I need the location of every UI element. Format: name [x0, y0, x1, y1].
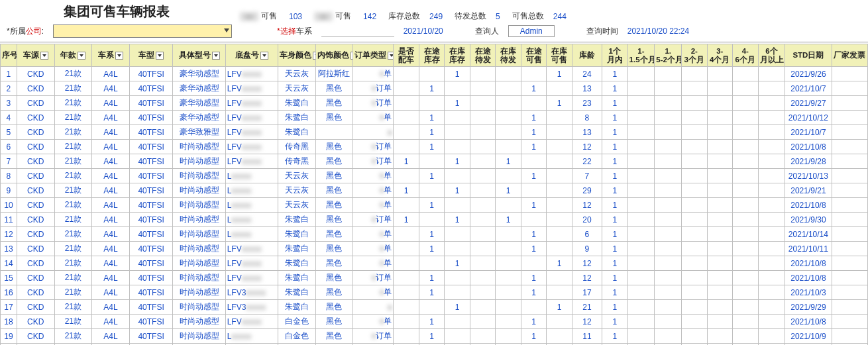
cell-zkd: [496, 169, 521, 183]
cell-body: 天云灰: [278, 67, 315, 81]
filter-dropdown-icon[interactable]: [351, 52, 353, 60]
cell-pc: [394, 140, 419, 154]
col-header: 是否配车: [394, 44, 419, 67]
col-header[interactable]: 车型: [129, 44, 173, 67]
table-row[interactable]: 7CKD21款A4L40TFSI时尚动感型LFVxxxxx传奇黑黑色x订单111…: [1, 154, 868, 169]
col-header[interactable]: 内饰颜色: [315, 44, 353, 67]
table-row[interactable]: 12CKD21款A4L40TFSI时尚动感型Lxxxxx朱鹭白黑色x单11612…: [1, 227, 868, 242]
cell-sr: A4L: [92, 154, 130, 169]
filter-dropdown-icon[interactable]: [156, 52, 164, 60]
table-row[interactable]: 16CKD21款A4L40TFSI时尚动感型LFV3xxxxx朱鹭白黑色x单11…: [1, 285, 868, 300]
filter-dropdown-icon[interactable]: [313, 52, 315, 60]
table-row[interactable]: 4CKD21款A4L40TFSI豪华动感型LFVxxxxx朱鹭白黑色x单1181…: [1, 111, 868, 125]
cell-m1: 1: [602, 256, 628, 271]
cell-vin: LFVxxxxx: [225, 271, 278, 285]
col-header[interactable]: 车系: [92, 44, 130, 67]
cell-src: CKD: [17, 213, 54, 227]
cell-int: 黑色: [315, 242, 353, 256]
cell-zt: 1: [419, 227, 445, 242]
table-row[interactable]: 14CKD21款A4L40TFSI时尚动感型LFVxxxxx朱鹭白黑色x单111…: [1, 256, 868, 271]
table-row[interactable]: 19CKD21款A4L40TFSI时尚动感型Lxxxxx白金色黑色x订单1111…: [1, 329, 868, 344]
table-row[interactable]: 3CKD21款A4L40TFSI豪华动感型LFVxxxxx朱鹭白黑色x订单112…: [1, 96, 868, 111]
cell-m6: [733, 169, 759, 183]
filter-dropdown-icon[interactable]: [40, 52, 48, 60]
cell-mdl: 40TFSI: [129, 227, 173, 242]
cell-ztk: 1: [521, 169, 547, 183]
table-row[interactable]: 11CKD21款A4L40TFSI时尚动感型Lxxxxx朱鹭白黑色x订单1112…: [1, 213, 868, 227]
cell-n: 3: [1, 96, 17, 111]
table-row[interactable]: 1CKD21款A4L40TFSI豪华动感型LFVxxxxx天云灰阿拉斯红x单11…: [1, 67, 868, 81]
col-header[interactable]: 底盘号: [225, 44, 278, 67]
cell-zkd: [496, 256, 521, 271]
cell-m15: [627, 154, 655, 169]
table-row[interactable]: 5CKD21款A4L40TFSI豪华致雅型LFVxxxxx朱鹭白x1113120…: [1, 125, 868, 140]
filter-dropdown-icon[interactable]: [115, 52, 123, 60]
table-row[interactable]: 8CKD21款A4L40TFSI时尚动感型Lxxxxx天云灰黑色x单117120…: [1, 169, 868, 183]
stat2-value: 142: [363, 12, 376, 21]
cell-trim: 时尚动感型: [173, 169, 225, 183]
table-row[interactable]: 10CKD21款A4L40TFSI时尚动感型Lxxxxx天云灰黑色x单11121…: [1, 198, 868, 213]
operator-input[interactable]: Admin: [508, 25, 555, 37]
cell-m6: [733, 213, 759, 227]
company-select[interactable]: [53, 25, 232, 38]
cell-m4: [707, 242, 733, 256]
table-row[interactable]: 17CKD21款A4L40TFSI时尚动感型LFV3xxxxx朱鹭白黑色x112…: [1, 300, 868, 315]
col-header[interactable]: 具体型号: [173, 44, 225, 67]
cell-ztk: [521, 154, 547, 169]
cell-m15: [627, 213, 655, 227]
table-row[interactable]: 9CKD21款A4L40TFSI时尚动感型Lxxxxx天云灰黑色x单111291…: [1, 183, 868, 198]
cell-m15: [627, 96, 655, 111]
cell-body: 朱鹭白: [278, 213, 315, 227]
cell-zkk: [547, 154, 572, 169]
cell-age: 12: [572, 256, 602, 271]
col-header[interactable]: 年款: [54, 44, 92, 67]
col-header[interactable]: 车身颜色: [278, 44, 315, 67]
filter-dropdown-icon[interactable]: [388, 52, 394, 60]
cell-age: 20: [572, 213, 602, 227]
series-select[interactable]: [321, 25, 394, 37]
cell-n: 6: [1, 140, 17, 154]
cell-otype: x订单: [353, 154, 394, 169]
cell-body: 天云灰: [278, 81, 315, 96]
cell-m2: [655, 329, 682, 344]
cell-int: 黑色: [315, 81, 353, 96]
cell-zkk: [547, 227, 572, 242]
cell-age: 24: [572, 67, 602, 81]
cell-sr: A4L: [92, 111, 130, 125]
cell-m1: 1: [602, 227, 628, 242]
cell-zt: 1: [419, 198, 445, 213]
cell-m6p: [758, 183, 785, 198]
table-row[interactable]: 2CKD21款A4L40TFSI豪华动感型LFVxxxxx天云灰黑色x订单111…: [1, 81, 868, 96]
cell-m6p: [758, 213, 785, 227]
filter-dropdown-icon[interactable]: [260, 52, 268, 60]
col-header[interactable]: 车源: [17, 44, 54, 67]
cell-m4: [707, 96, 733, 111]
cell-body: 天云灰: [278, 169, 315, 183]
cell-mdl: 40TFSI: [129, 67, 173, 81]
table-row[interactable]: 15CKD21款A4L40TFSI时尚动感型LFVxxxxx朱鹭白黑色x订单11…: [1, 271, 868, 285]
cell-m4: [707, 300, 733, 315]
table-row[interactable]: 6CKD21款A4L40TFSI时尚动感型LFVxxxxx传奇黑黑色x订单111…: [1, 140, 868, 154]
table-row[interactable]: 13CKD21款A4L40TFSI时尚动感型LFVxxxxx朱鹭白黑色x单119…: [1, 242, 868, 256]
cell-ztd: [470, 67, 496, 81]
cell-otype: x单: [353, 169, 394, 183]
stat5-value: 244: [553, 12, 567, 21]
cell-vin: LFVxxxxx: [225, 111, 278, 125]
cell-body: 天云灰: [278, 198, 315, 213]
table-row[interactable]: 18CKD21款A4L40TFSI时尚动感型LFVxxxxx白金色黑色x单111…: [1, 315, 868, 329]
cell-m15: [627, 300, 655, 315]
cell-vin: Lxxxxx: [225, 169, 278, 183]
cell-otype: x订单: [353, 140, 394, 154]
filter-dropdown-icon[interactable]: [212, 52, 220, 60]
cell-m1: 1: [602, 300, 628, 315]
cell-src: CKD: [17, 96, 54, 111]
cell-m4: [707, 154, 733, 169]
cell-zk: 1: [445, 67, 470, 81]
filter-dropdown-icon[interactable]: [78, 52, 85, 60]
cell-int: 黑色: [315, 140, 353, 154]
cell-sr: A4L: [92, 183, 130, 198]
cell-ztk: [521, 67, 547, 81]
cell-zk: [445, 285, 470, 300]
cell-int: 黑色: [315, 111, 353, 125]
col-header[interactable]: 订单类型: [353, 44, 394, 67]
